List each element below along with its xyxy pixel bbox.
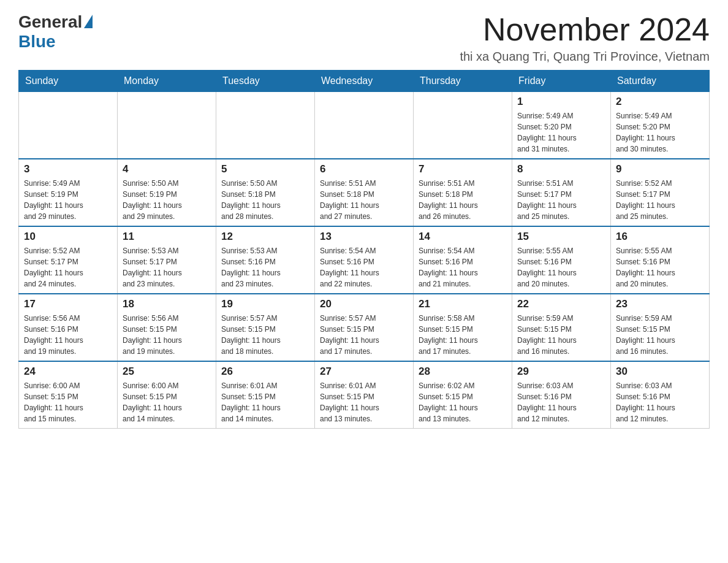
- day-info: Sunrise: 5:49 AM Sunset: 5:20 PM Dayligh…: [616, 110, 704, 155]
- calendar-cell: [216, 92, 315, 159]
- day-info: Sunrise: 6:02 AM Sunset: 5:15 PM Dayligh…: [419, 380, 507, 424]
- day-info: Sunrise: 5:53 AM Sunset: 5:17 PM Dayligh…: [123, 245, 211, 289]
- day-info: Sunrise: 5:57 AM Sunset: 5:15 PM Dayligh…: [221, 313, 309, 357]
- day-number: 24: [24, 366, 112, 378]
- calendar-cell: 5Sunrise: 5:50 AM Sunset: 5:18 PM Daylig…: [216, 159, 315, 226]
- day-info: Sunrise: 6:00 AM Sunset: 5:15 PM Dayligh…: [24, 380, 112, 424]
- day-info: Sunrise: 5:49 AM Sunset: 5:20 PM Dayligh…: [517, 110, 605, 155]
- day-info: Sunrise: 5:56 AM Sunset: 5:16 PM Dayligh…: [24, 313, 112, 357]
- calendar-week-3: 10Sunrise: 5:52 AM Sunset: 5:17 PM Dayli…: [19, 226, 710, 294]
- day-number: 2: [616, 96, 704, 108]
- weekday-header-tuesday: Tuesday: [216, 71, 315, 92]
- day-number: 1: [517, 96, 605, 108]
- day-number: 17: [24, 298, 112, 310]
- day-info: Sunrise: 6:01 AM Sunset: 5:15 PM Dayligh…: [320, 380, 408, 424]
- day-info: Sunrise: 5:51 AM Sunset: 5:17 PM Dayligh…: [517, 178, 605, 222]
- calendar-cell: 2Sunrise: 5:49 AM Sunset: 5:20 PM Daylig…: [611, 92, 710, 159]
- calendar-cell: [118, 92, 216, 159]
- calendar-cell: 9Sunrise: 5:52 AM Sunset: 5:17 PM Daylig…: [611, 159, 710, 226]
- calendar-week-2: 3Sunrise: 5:49 AM Sunset: 5:19 PM Daylig…: [19, 159, 710, 226]
- day-number: 22: [517, 298, 605, 310]
- weekday-header-sunday: Sunday: [19, 71, 118, 92]
- day-number: 16: [616, 231, 704, 243]
- calendar-cell: 13Sunrise: 5:54 AM Sunset: 5:16 PM Dayli…: [315, 226, 414, 294]
- weekday-header-friday: Friday: [512, 71, 611, 92]
- day-info: Sunrise: 5:59 AM Sunset: 5:15 PM Dayligh…: [517, 313, 605, 357]
- day-info: Sunrise: 5:51 AM Sunset: 5:18 PM Dayligh…: [419, 178, 507, 222]
- calendar-cell: 15Sunrise: 5:55 AM Sunset: 5:16 PM Dayli…: [512, 226, 611, 294]
- day-info: Sunrise: 6:00 AM Sunset: 5:15 PM Dayligh…: [123, 380, 211, 424]
- day-info: Sunrise: 5:52 AM Sunset: 5:17 PM Dayligh…: [24, 245, 112, 289]
- weekday-header-saturday: Saturday: [611, 71, 710, 92]
- day-info: Sunrise: 5:54 AM Sunset: 5:16 PM Dayligh…: [320, 245, 408, 289]
- day-number: 9: [616, 163, 704, 175]
- calendar-cell: 20Sunrise: 5:57 AM Sunset: 5:15 PM Dayli…: [315, 294, 414, 361]
- logo-general-text: General: [18, 12, 82, 32]
- day-number: 20: [320, 298, 408, 310]
- calendar-cell: 4Sunrise: 5:50 AM Sunset: 5:19 PM Daylig…: [118, 159, 216, 226]
- page-header: General Blue November 2024 thi xa Quang …: [18, 12, 710, 64]
- day-info: Sunrise: 5:55 AM Sunset: 5:16 PM Dayligh…: [517, 245, 605, 289]
- day-number: 13: [320, 231, 408, 243]
- weekday-header-monday: Monday: [118, 71, 216, 92]
- day-info: Sunrise: 6:01 AM Sunset: 5:15 PM Dayligh…: [221, 380, 309, 424]
- day-number: 23: [616, 298, 704, 310]
- day-number: 8: [517, 163, 605, 175]
- logo: General Blue: [18, 12, 93, 52]
- day-info: Sunrise: 5:50 AM Sunset: 5:18 PM Dayligh…: [221, 178, 309, 222]
- day-info: Sunrise: 6:03 AM Sunset: 5:16 PM Dayligh…: [517, 380, 605, 424]
- calendar-cell: [19, 92, 118, 159]
- day-number: 11: [123, 231, 211, 243]
- day-number: 21: [419, 298, 507, 310]
- day-number: 10: [24, 231, 112, 243]
- logo-blue-part: [82, 15, 93, 29]
- day-number: 19: [221, 298, 309, 310]
- day-info: Sunrise: 5:49 AM Sunset: 5:19 PM Dayligh…: [24, 178, 112, 222]
- weekday-header-row: SundayMondayTuesdayWednesdayThursdayFrid…: [19, 71, 710, 92]
- calendar-cell: 8Sunrise: 5:51 AM Sunset: 5:17 PM Daylig…: [512, 159, 611, 226]
- day-info: Sunrise: 5:50 AM Sunset: 5:19 PM Dayligh…: [123, 178, 211, 222]
- calendar-cell: 22Sunrise: 5:59 AM Sunset: 5:15 PM Dayli…: [512, 294, 611, 361]
- calendar-cell: 23Sunrise: 5:59 AM Sunset: 5:15 PM Dayli…: [611, 294, 710, 361]
- calendar-cell: 26Sunrise: 6:01 AM Sunset: 5:15 PM Dayli…: [216, 361, 315, 429]
- calendar-cell: [414, 92, 512, 159]
- calendar-cell: 25Sunrise: 6:00 AM Sunset: 5:15 PM Dayli…: [118, 361, 216, 429]
- calendar-body: 1Sunrise: 5:49 AM Sunset: 5:20 PM Daylig…: [19, 92, 710, 429]
- day-info: Sunrise: 5:58 AM Sunset: 5:15 PM Dayligh…: [419, 313, 507, 357]
- calendar-week-1: 1Sunrise: 5:49 AM Sunset: 5:20 PM Daylig…: [19, 92, 710, 159]
- day-info: Sunrise: 5:59 AM Sunset: 5:15 PM Dayligh…: [616, 313, 704, 357]
- month-title: November 2024: [460, 12, 710, 47]
- calendar-week-5: 24Sunrise: 6:00 AM Sunset: 5:15 PM Dayli…: [19, 361, 710, 429]
- title-area: November 2024 thi xa Quang Tri, Quang Tr…: [460, 12, 710, 64]
- day-info: Sunrise: 5:53 AM Sunset: 5:16 PM Dayligh…: [221, 245, 309, 289]
- calendar-cell: 19Sunrise: 5:57 AM Sunset: 5:15 PM Dayli…: [216, 294, 315, 361]
- calendar-cell: 29Sunrise: 6:03 AM Sunset: 5:16 PM Dayli…: [512, 361, 611, 429]
- day-info: Sunrise: 5:55 AM Sunset: 5:16 PM Dayligh…: [616, 245, 704, 289]
- day-info: Sunrise: 6:03 AM Sunset: 5:16 PM Dayligh…: [616, 380, 704, 424]
- calendar-cell: 6Sunrise: 5:51 AM Sunset: 5:18 PM Daylig…: [315, 159, 414, 226]
- day-number: 30: [616, 366, 704, 378]
- calendar-cell: 30Sunrise: 6:03 AM Sunset: 5:16 PM Dayli…: [611, 361, 710, 429]
- day-number: 29: [517, 366, 605, 378]
- day-number: 18: [123, 298, 211, 310]
- calendar-cell: 11Sunrise: 5:53 AM Sunset: 5:17 PM Dayli…: [118, 226, 216, 294]
- calendar-table: SundayMondayTuesdayWednesdayThursdayFrid…: [18, 70, 710, 429]
- weekday-header-wednesday: Wednesday: [315, 71, 414, 92]
- day-info: Sunrise: 5:51 AM Sunset: 5:18 PM Dayligh…: [320, 178, 408, 222]
- day-number: 6: [320, 163, 408, 175]
- logo-blue-text: Blue: [18, 32, 56, 52]
- day-number: 12: [221, 231, 309, 243]
- day-number: 14: [419, 231, 507, 243]
- calendar-cell: 7Sunrise: 5:51 AM Sunset: 5:18 PM Daylig…: [414, 159, 512, 226]
- calendar-cell: 27Sunrise: 6:01 AM Sunset: 5:15 PM Dayli…: [315, 361, 414, 429]
- logo-triangle-icon: [84, 15, 93, 28]
- calendar-cell: 1Sunrise: 5:49 AM Sunset: 5:20 PM Daylig…: [512, 92, 611, 159]
- weekday-header-thursday: Thursday: [414, 71, 512, 92]
- day-number: 5: [221, 163, 309, 175]
- day-number: 28: [419, 366, 507, 378]
- day-info: Sunrise: 5:56 AM Sunset: 5:15 PM Dayligh…: [123, 313, 211, 357]
- calendar-cell: 14Sunrise: 5:54 AM Sunset: 5:16 PM Dayli…: [414, 226, 512, 294]
- day-info: Sunrise: 5:54 AM Sunset: 5:16 PM Dayligh…: [419, 245, 507, 289]
- location-subtitle: thi xa Quang Tri, Quang Tri Province, Vi…: [460, 50, 710, 64]
- calendar-cell: 12Sunrise: 5:53 AM Sunset: 5:16 PM Dayli…: [216, 226, 315, 294]
